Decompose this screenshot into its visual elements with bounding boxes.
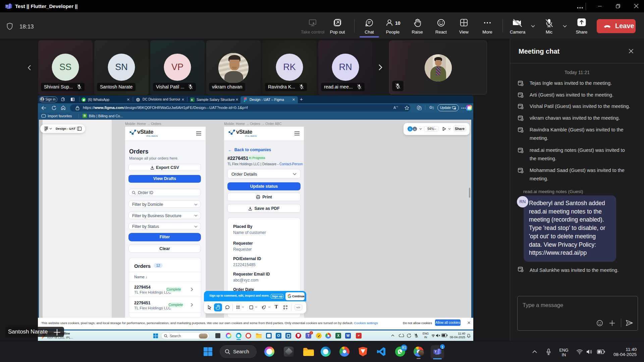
- svg-text:T: T: [6, 5, 8, 8]
- svg-text:T: T: [435, 350, 437, 353]
